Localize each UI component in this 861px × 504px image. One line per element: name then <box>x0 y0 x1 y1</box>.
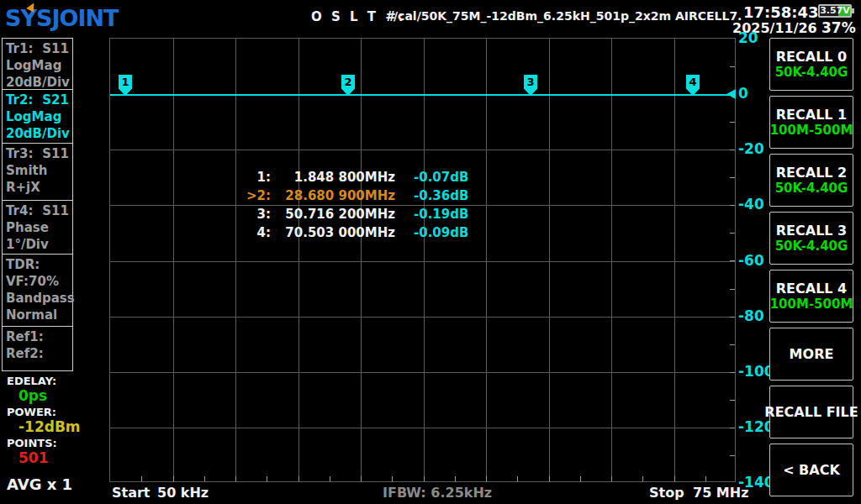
trace3-param: S11 <box>42 145 69 162</box>
marker-3-pin[interactable]: 3 <box>524 75 537 96</box>
points-label: POINTS: <box>7 437 57 449</box>
button-sublabel: 50K-4.40G <box>775 181 848 196</box>
battery-nub <box>852 8 854 13</box>
tdr-title: TDR: <box>6 256 69 273</box>
trace1-settings[interactable]: Tr1:S11 LogMag 20dB/Div <box>2 38 73 90</box>
recall-0-button[interactable]: RECALL 0 50K-4.40G <box>769 38 853 91</box>
trace2-s21-line <box>110 94 735 96</box>
power-label: POWER: <box>7 406 56 418</box>
gridline <box>730 260 735 261</box>
marker-2-pin[interactable]: 2 <box>341 75 355 96</box>
gridline <box>235 39 236 481</box>
gridline <box>517 476 518 481</box>
gridline <box>730 372 735 373</box>
gridline <box>730 233 735 234</box>
gridline <box>298 476 299 481</box>
button-label: < BACK <box>783 462 840 478</box>
more-button[interactable]: MORE <box>769 328 853 381</box>
button-label: MORE <box>790 346 834 362</box>
gridline <box>361 476 362 481</box>
gridline <box>730 317 735 318</box>
clock-time: 17:58:43 <box>743 3 819 21</box>
gridline <box>173 39 174 481</box>
gridline <box>611 476 612 481</box>
recall-4-button[interactable]: RECALL 4 100M-500M <box>769 270 853 323</box>
y-axis-label: 20 <box>738 29 758 47</box>
button-label: RECALL 2 <box>776 165 847 181</box>
marker-4-pin[interactable]: 4 <box>686 75 700 96</box>
edelay-label: EDELAY: <box>7 375 56 387</box>
oslt-calibration-status[interactable]: O S L T #: <box>311 9 406 24</box>
marker-readout-table: 1: 1.848 800MHz -0.07dB >2: 28.680 900MH… <box>235 168 468 242</box>
tdr-window: Normal <box>6 307 69 323</box>
gridline <box>298 39 299 481</box>
marker-number: 4: <box>235 225 271 240</box>
gridline <box>455 476 456 481</box>
marker-number: >2: <box>235 188 271 203</box>
ref1-label: Ref1: <box>6 328 69 345</box>
start-frequency[interactable]: 50 kHz <box>157 485 209 501</box>
y-axis-label: -80 <box>738 307 764 325</box>
button-label: RECALL 4 <box>776 281 847 297</box>
trace4-scale: 1°/Div <box>6 236 69 253</box>
trace2-scale: 20dB/Div <box>6 125 69 142</box>
marker-number: 1: <box>235 170 271 185</box>
graticule-plot-area[interactable]: 1 2 3 4 <box>109 38 736 482</box>
gridline <box>204 476 205 481</box>
gridline <box>705 476 706 481</box>
stop-label[interactable]: Stop <box>649 485 684 501</box>
y-axis-label: 0 <box>738 84 748 102</box>
tdr-settings[interactable]: TDR: VF:70% Bandpass Normal <box>2 254 73 327</box>
edelay-value[interactable]: 0ps <box>18 387 47 404</box>
marker-frequency: 70.503 000MHz <box>271 225 395 240</box>
gridline <box>424 39 425 481</box>
marker-row: 1: 1.848 800MHz -0.07dB <box>235 168 468 186</box>
points-value[interactable]: 501 <box>18 449 49 466</box>
recall-2-button[interactable]: RECALL 2 50K-4.40G <box>769 154 853 207</box>
gridline <box>730 400 735 401</box>
gridline <box>141 476 142 481</box>
marker-1-pin[interactable]: 1 <box>119 75 132 96</box>
y-axis-label: -20 <box>738 139 764 158</box>
gridline <box>730 428 735 428</box>
gridline <box>110 372 735 373</box>
trace3-settings[interactable]: Tr3:S11 Smith R+jX <box>2 143 73 201</box>
battery-voltage: 3.57V <box>820 6 850 16</box>
trace2-name: Tr2: <box>6 92 33 108</box>
gridline <box>110 317 735 318</box>
trace2-settings-active[interactable]: Tr2:S21 LogMag 20dB/Div <box>2 89 73 144</box>
trace4-settings[interactable]: Tr4:S11 Phase 1°/Div <box>2 200 73 255</box>
marker-number: 3: <box>235 207 271 222</box>
y-axis-label: -40 <box>738 195 764 213</box>
marker-frequency: 28.680 900MHz <box>271 188 395 203</box>
recall-file-button[interactable]: RECALL FILE <box>769 386 853 438</box>
gridline <box>486 39 487 481</box>
gridline <box>424 476 425 481</box>
recall-3-button[interactable]: RECALL 3 50K-4.40G <box>769 212 853 265</box>
back-button[interactable]: < BACK <box>769 444 853 496</box>
avg-indicator[interactable]: AVG x 1 <box>7 475 72 493</box>
gridline <box>730 289 735 290</box>
gridline <box>730 344 735 345</box>
marker-row-active: >2: 28.680 900MHz -0.36dB <box>235 186 468 205</box>
gridline <box>730 177 735 178</box>
gridline <box>549 39 550 481</box>
gridline <box>235 476 236 481</box>
gridline <box>674 476 675 481</box>
y-axis-label: -60 <box>738 251 764 270</box>
gridline <box>674 39 675 481</box>
button-label: RECALL 3 <box>776 223 847 239</box>
gridline <box>730 205 735 206</box>
reference-traces[interactable]: Ref1: Ref2: <box>2 326 73 371</box>
button-sublabel: 50K-4.40G <box>775 65 848 80</box>
gridline <box>730 66 735 67</box>
recall-1-button[interactable]: RECALL 1 100M-500M <box>769 96 853 149</box>
trace4-format: Phase <box>6 219 69 236</box>
start-label[interactable]: Start <box>112 485 151 501</box>
stop-frequency[interactable]: 75 MHz <box>693 485 748 501</box>
marker-row: 3: 50.716 200MHz -0.19dB <box>235 205 468 223</box>
power-value[interactable]: -12dBm <box>18 418 81 435</box>
gridline <box>110 428 735 428</box>
trace3-scale: R+jX <box>6 179 69 196</box>
ifbw-value[interactable]: IFBW: 6.25kHz <box>383 485 492 501</box>
